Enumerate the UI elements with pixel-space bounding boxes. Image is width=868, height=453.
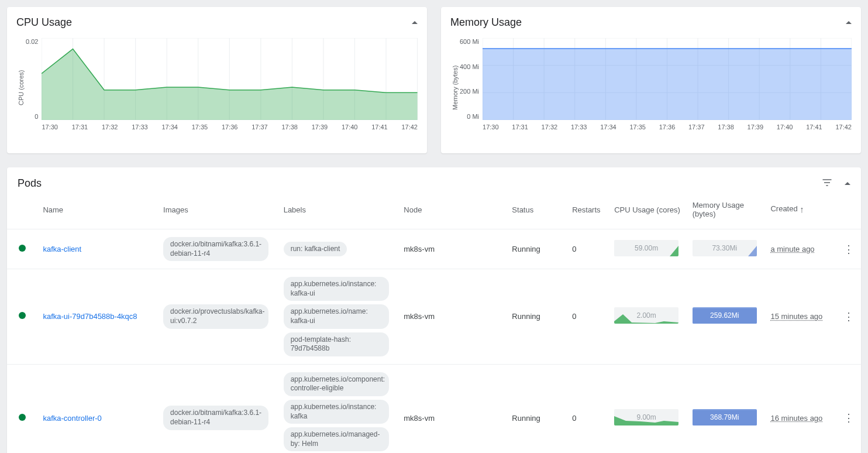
xtick: 17:30 — [483, 123, 499, 131]
pods-table: Name Images Labels Node Status Restarts … — [7, 195, 861, 453]
xtick: 17:40 — [342, 123, 358, 131]
memory-chart: Memory (bytes) 600 Mi400 Mi200 Mi0 Mi 17… — [450, 38, 852, 138]
label-chip[interactable]: app.kubernetes.io/component: controller-… — [284, 372, 389, 396]
col-labels[interactable]: Labels — [278, 195, 398, 229]
pods-title: Pods — [18, 177, 42, 190]
sparkline: 368.79Mi — [693, 409, 757, 425]
status-running-icon — [19, 312, 26, 319]
label-chip[interactable]: run: kafka-client — [284, 242, 347, 257]
cpu-usage-card: CPU Usage CPU (cores) 0.020 17:3017:3117… — [7, 7, 427, 153]
sparkline: 2.00m — [614, 307, 678, 324]
xtick: 17:32 — [542, 123, 558, 131]
sort-asc-icon: ↑ — [800, 205, 804, 215]
ytick: 200 Mi — [460, 88, 479, 95]
memory-ylabel: Memory (bytes) — [450, 38, 460, 138]
col-created[interactable]: Created ↑ — [764, 195, 836, 229]
xtick: 17:33 — [571, 123, 587, 131]
row-menu-icon[interactable]: ⋮ — [837, 229, 861, 269]
xtick: 17:32 — [102, 123, 118, 131]
pod-name-link[interactable]: kafka-controller-0 — [43, 414, 101, 423]
memory-usage-card: Memory Usage Memory (bytes) 600 Mi400 Mi… — [441, 7, 861, 153]
xtick: 17:33 — [132, 123, 148, 131]
xtick: 17:34 — [600, 123, 616, 131]
ytick: 0 — [26, 113, 38, 120]
xtick: 17:40 — [777, 123, 793, 131]
memory-plot — [483, 38, 852, 120]
memory-card-title: Memory Usage — [450, 16, 522, 29]
xtick: 17:34 — [161, 123, 178, 131]
ytick: 0.02 — [26, 38, 38, 45]
col-name[interactable]: Name — [37, 195, 157, 229]
created-cell: 16 minutes ago — [770, 414, 822, 423]
sparkline: 59.00m — [614, 240, 678, 256]
table-row: kafka-controller-0 docker.io/bitnami/kaf… — [7, 364, 861, 453]
xtick: 17:42 — [835, 123, 852, 131]
xtick: 17:35 — [192, 123, 208, 131]
pod-name-link[interactable]: kafka-client — [43, 245, 81, 253]
xtick: 17:36 — [659, 123, 676, 131]
xtick: 17:37 — [688, 123, 705, 131]
restarts-cell: 0 — [566, 364, 608, 453]
node-cell: mk8s-vm — [398, 269, 506, 365]
xtick: 17:39 — [748, 123, 764, 131]
table-row: kafka-client docker.io/bitnami/kafka:3.6… — [7, 229, 861, 269]
row-menu-icon[interactable]: ⋮ — [837, 269, 861, 365]
label-chip[interactable]: pod-template-hash: 79d7b4588b — [284, 332, 389, 356]
xtick: 17:41 — [806, 123, 822, 131]
cpu-chart: CPU (cores) 0.020 17:3017:3117:3217:3317… — [16, 38, 418, 138]
label-chip[interactable]: app.kubernetes.io/instance: kafka — [284, 400, 389, 424]
restarts-cell: 0 — [566, 269, 608, 365]
xtick: 17:39 — [312, 123, 328, 131]
col-node[interactable]: Node — [398, 195, 506, 229]
col-cpu[interactable]: CPU Usage (cores) — [608, 195, 687, 229]
label-chip[interactable]: app.kubernetes.io/instance: kafka-ui — [284, 277, 389, 301]
xtick: 17:30 — [42, 123, 58, 131]
xtick: 17:35 — [629, 123, 646, 131]
ytick: 0 Mi — [460, 113, 479, 120]
col-status[interactable]: Status — [506, 195, 566, 229]
image-chip[interactable]: docker.io/provectuslabs/kafka-ui:v0.7.2 — [163, 304, 268, 328]
xtick: 17:38 — [281, 123, 298, 131]
chevron-up-icon[interactable] — [412, 21, 418, 24]
xtick: 17:38 — [718, 123, 734, 131]
col-images[interactable]: Images — [157, 195, 278, 229]
cpu-card-title: CPU Usage — [16, 16, 72, 29]
sparkline: 9.00m — [614, 409, 678, 425]
ytick: 600 Mi — [460, 38, 479, 45]
chevron-up-icon[interactable] — [845, 182, 850, 185]
row-menu-icon[interactable]: ⋮ — [837, 364, 861, 453]
restarts-cell: 0 — [566, 229, 608, 269]
xtick: 17:41 — [371, 123, 388, 131]
sparkline: 73.30Mi — [693, 240, 757, 256]
cpu-plot — [42, 38, 418, 120]
xtick: 17:37 — [252, 123, 268, 131]
pod-name-link[interactable]: kafka-ui-79d7b4588b-4kqc8 — [43, 312, 137, 321]
created-cell: a minute ago — [770, 245, 814, 253]
xtick: 17:31 — [512, 123, 528, 131]
status-cell: Running — [506, 269, 566, 365]
node-cell: mk8s-vm — [398, 364, 506, 453]
cpu-ylabel: CPU (cores) — [16, 38, 26, 138]
chevron-up-icon[interactable] — [846, 21, 852, 24]
created-cell: 15 minutes ago — [770, 312, 822, 321]
status-cell: Running — [506, 364, 566, 453]
label-chip[interactable]: app.kubernetes.io/managed-by: Helm — [284, 427, 389, 451]
xtick: 17:36 — [222, 123, 238, 131]
pods-card: Pods Name Images Labels Node Status Rest… — [7, 167, 861, 453]
ytick: 400 Mi — [460, 63, 479, 70]
status-cell: Running — [506, 229, 566, 269]
sparkline: 259.62Mi — [693, 307, 757, 324]
svg-marker-33 — [483, 49, 852, 120]
xtick: 17:42 — [401, 123, 418, 131]
col-mem[interactable]: Memory Usage (bytes) — [687, 195, 765, 229]
table-row: kafka-ui-79d7b4588b-4kqc8 docker.io/prov… — [7, 269, 861, 365]
label-chip[interactable]: app.kubernetes.io/name: kafka-ui — [284, 304, 389, 328]
image-chip[interactable]: docker.io/bitnami/kafka:3.6.1-debian-11-… — [163, 406, 268, 430]
image-chip[interactable]: docker.io/bitnami/kafka:3.6.1-debian-11-… — [163, 237, 268, 261]
node-cell: mk8s-vm — [398, 229, 506, 269]
col-restarts[interactable]: Restarts — [566, 195, 608, 229]
xtick: 17:31 — [72, 123, 88, 131]
status-running-icon — [19, 414, 26, 421]
filter-icon[interactable] — [821, 177, 833, 190]
status-running-icon — [19, 245, 26, 252]
